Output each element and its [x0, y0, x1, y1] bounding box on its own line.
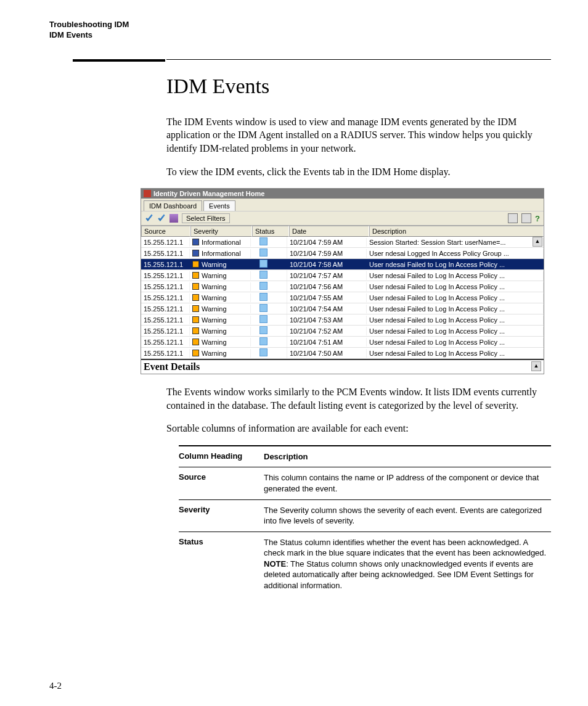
ack-all-icon[interactable]: [157, 214, 166, 223]
table-row[interactable]: 15.255.121.1Warning10/21/04 7:53 AMUser …: [141, 314, 544, 326]
ack-single-icon[interactable]: [145, 214, 153, 223]
cell-status: [251, 281, 287, 292]
cell-status: [251, 337, 287, 347]
cell-date: 10/21/04 7:52 AM: [287, 327, 367, 335]
cell-date: 10/21/04 7:55 AM: [287, 293, 367, 302]
status-icon: [259, 271, 267, 279]
cell-date: 10/21/04 7:56 AM: [287, 282, 367, 291]
cell-description: User ndesai Failed to Log In Access Poli…: [367, 305, 544, 313]
cell-status: [251, 237, 287, 247]
details-scroll-up-icon[interactable]: ▲: [531, 361, 541, 371]
cell-source: 15.255.121.1: [141, 293, 190, 302]
status-icon: [259, 326, 267, 334]
cell-date: 10/21/04 7:53 AM: [287, 316, 367, 324]
cell-severity: Warning: [190, 282, 251, 291]
cell-source: 15.255.121.1: [141, 271, 190, 280]
cell-severity: Warning: [190, 349, 251, 358]
cell-source: 15.255.121.1: [141, 249, 190, 258]
status-icon: [259, 237, 267, 245]
cell-source: 15.255.121.1: [141, 282, 190, 291]
page-title: IDM Events: [166, 75, 551, 98]
network-icon[interactable]: [521, 213, 531, 223]
cell-source: 15.255.121.1: [141, 238, 190, 247]
cell-status: [251, 292, 287, 303]
window-titlebar: Identity Driven Management Home: [141, 189, 544, 199]
print-icon[interactable]: [508, 213, 518, 223]
cell-severity: Warning: [190, 338, 251, 347]
severity-icon: [192, 261, 199, 268]
desc-row-source: Source This column contains the name or …: [179, 467, 551, 499]
table-row[interactable]: 15.255.121.1Warning10/21/04 7:52 AMUser …: [141, 326, 544, 337]
status-icon: [259, 282, 267, 290]
severity-icon: [192, 294, 199, 301]
events-window-screenshot: Identity Driven Management Home IDM Dash…: [141, 188, 544, 374]
table-row[interactable]: 15.255.121.1Warning10/21/04 7:58 AMUser …: [141, 259, 544, 270]
table-row[interactable]: 15.255.121.1Warning10/21/04 7:54 AMUser …: [141, 303, 544, 314]
cell-severity: Warning: [190, 260, 251, 269]
intro-paragraph-2: To view the IDM events, click the Events…: [166, 165, 551, 179]
header-line-1: Troubleshooting IDM: [49, 20, 551, 30]
cell-description: User ndesai Failed to Log In Access Poli…: [367, 316, 544, 324]
cell-status: [251, 303, 287, 314]
table-row[interactable]: 15.255.121.1Warning10/21/04 7:56 AMUser …: [141, 281, 544, 292]
tab-events[interactable]: Events: [203, 200, 235, 211]
divider: [49, 59, 551, 60]
cell-severity: Warning: [190, 305, 251, 313]
help-icon[interactable]: ?: [535, 214, 540, 223]
cell-status: [251, 270, 287, 281]
col-status[interactable]: Status: [252, 226, 289, 237]
col-source[interactable]: Source: [141, 226, 190, 237]
cell-date: 10/21/04 7:57 AM: [287, 271, 367, 280]
cell-status: [251, 326, 287, 336]
table-row[interactable]: 15.255.121.1Informational10/21/04 7:59 A…: [141, 248, 544, 259]
severity-icon: [192, 327, 199, 334]
desc-header-c1: Column Heading: [179, 451, 264, 462]
status-note-text: : The Status column shows only unacknowl…: [264, 559, 534, 590]
table-row[interactable]: 15.255.121.1Warning10/21/04 7:57 AMUser …: [141, 270, 544, 281]
severity-icon: [192, 283, 199, 290]
cell-source: 15.255.121.1: [141, 316, 190, 324]
grid-header: Source Severity Status Date Description: [141, 226, 544, 237]
table-row[interactable]: 15.255.121.1Informational10/21/04 7:59 A…: [141, 237, 544, 248]
cell-date: 10/21/04 7:59 AM: [287, 238, 367, 247]
cell-description: User ndesai Failed to Log In Access Poli…: [367, 293, 544, 302]
cell-status: [251, 348, 287, 358]
status-note-label: NOTE: [264, 559, 286, 568]
cell-description: User ndesai Failed to Log In Access Poli…: [367, 260, 544, 269]
col-description[interactable]: Description: [369, 226, 544, 237]
cell-description: User ndesai Failed to Log In Access Poli…: [367, 338, 544, 347]
page-header: Troubleshooting IDM IDM Events: [49, 20, 551, 41]
desc-row-status: Status The Status column identifies whet…: [179, 532, 551, 596]
multi-ack-icon[interactable]: [169, 214, 178, 223]
select-filters-button[interactable]: Select Filters: [182, 213, 230, 223]
status-icon: [259, 293, 267, 301]
col-date[interactable]: Date: [289, 226, 369, 237]
status-icon: [259, 337, 267, 345]
tab-row: IDM Dashboard Events: [141, 199, 544, 211]
cell-source: 15.255.121.1: [141, 260, 190, 269]
cell-date: 10/21/04 7:51 AM: [287, 338, 367, 347]
status-icon: [259, 315, 267, 323]
window-icon: [144, 190, 151, 197]
cell-severity: Warning: [190, 327, 251, 335]
cell-severity: Warning: [190, 293, 251, 302]
cell-status: [251, 314, 287, 325]
scroll-up-icon[interactable]: ▲: [533, 237, 542, 247]
cell-source: 15.255.121.1: [141, 327, 190, 335]
col-severity[interactable]: Severity: [190, 226, 252, 237]
table-row[interactable]: 15.255.121.1Warning10/21/04 7:50 AMUser …: [141, 348, 544, 359]
cell-severity: Warning: [190, 316, 251, 324]
column-description-table: Column Heading Description Source This c…: [179, 445, 551, 596]
severity-icon: [192, 272, 199, 279]
severity-icon: [192, 305, 199, 312]
header-line-2: IDM Events: [49, 30, 551, 41]
paragraph-3: The Events window works similarly to the…: [166, 385, 551, 412]
table-row[interactable]: 15.255.121.1Warning10/21/04 7:55 AMUser …: [141, 292, 544, 303]
cell-source: 15.255.121.1: [141, 338, 190, 347]
status-icon: [259, 304, 267, 312]
cell-severity: Warning: [190, 271, 251, 280]
page-number: 4-2: [49, 681, 62, 691]
table-row[interactable]: 15.255.121.1Warning10/21/04 7:51 AMUser …: [141, 337, 544, 348]
tab-dashboard[interactable]: IDM Dashboard: [144, 200, 202, 211]
window-title: Identity Driven Management Home: [153, 190, 264, 197]
